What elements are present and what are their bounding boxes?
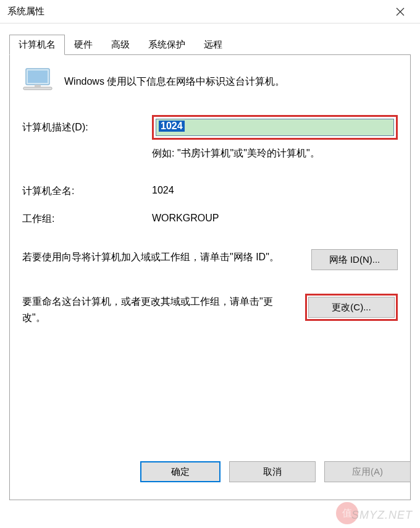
workgroup-value: WORKGROUP [152,213,219,226]
change-button-highlight: 更改(C)... [305,294,398,321]
apply-button[interactable]: 应用(A) [324,461,411,482]
workgroup-row: 工作组: WORKGROUP [22,213,398,226]
intro-text: Windows 使用以下信息在网络中标识这台计算机。 [64,75,285,88]
description-row: 计算机描述(D): 1024 [22,115,398,140]
tab-computer-name[interactable]: 计算机名 [9,35,65,55]
dialog-body: 计算机名 硬件 高级 系统保护 远程 Windows 使用以下信息在网络中标识这… [0,23,420,491]
description-input[interactable]: 1024 [156,119,394,136]
svg-rect-3 [35,85,41,87]
dialog-buttons: 确定 取消 应用(A) [140,461,411,482]
intro-row: Windows 使用以下信息在网络中标识这台计算机。 [22,67,398,96]
close-icon [396,7,405,16]
change-button[interactable]: 更改(C)... [308,297,395,318]
computer-icon [22,67,53,96]
change-text: 要重命名这台计算机，或者更改其域或工作组，请单击"更改"。 [22,294,293,325]
tab-remote[interactable]: 远程 [195,35,232,54]
titlebar: 系统属性 [0,0,420,23]
window-title: 系统属性 [7,6,388,17]
ok-button[interactable]: 确定 [140,461,220,482]
tab-hardware[interactable]: 硬件 [65,35,102,54]
description-highlight: 1024 [152,115,398,140]
fullname-value: 1024 [152,185,174,198]
network-id-text: 若要使用向导将计算机加入域或工作组，请单击"网络 ID"。 [22,249,299,265]
description-input-value: 1024 [159,121,185,132]
svg-rect-2 [23,87,52,90]
description-example: 例如: "书房计算机"或"美玲的计算机"。 [152,147,398,160]
network-id-row: 若要使用向导将计算机加入域或工作组，请单击"网络 ID"。 网络 ID(N)..… [22,249,398,270]
change-row: 要重命名这台计算机，或者更改其域或工作组，请单击"更改"。 更改(C)... [22,294,398,325]
fullname-label: 计算机全名: [22,185,152,198]
description-label: 计算机描述(D): [22,121,152,134]
tab-strip: 计算机名 硬件 高级 系统保护 远程 [9,35,411,55]
cancel-button[interactable]: 取消 [229,461,316,482]
tab-panel-computer-name: Windows 使用以下信息在网络中标识这台计算机。 计算机描述(D): 102… [9,55,411,500]
workgroup-label: 工作组: [22,213,152,226]
tab-advanced[interactable]: 高级 [102,35,139,54]
network-id-button[interactable]: 网络 ID(N)... [311,249,398,270]
tab-system-protection[interactable]: 系统保护 [139,35,195,54]
close-button[interactable] [388,2,413,21]
watermark-text: SMYZ.NET [351,509,413,522]
watermark-badge: 值 [336,502,358,524]
svg-rect-1 [28,70,48,83]
fullname-row: 计算机全名: 1024 [22,185,398,198]
